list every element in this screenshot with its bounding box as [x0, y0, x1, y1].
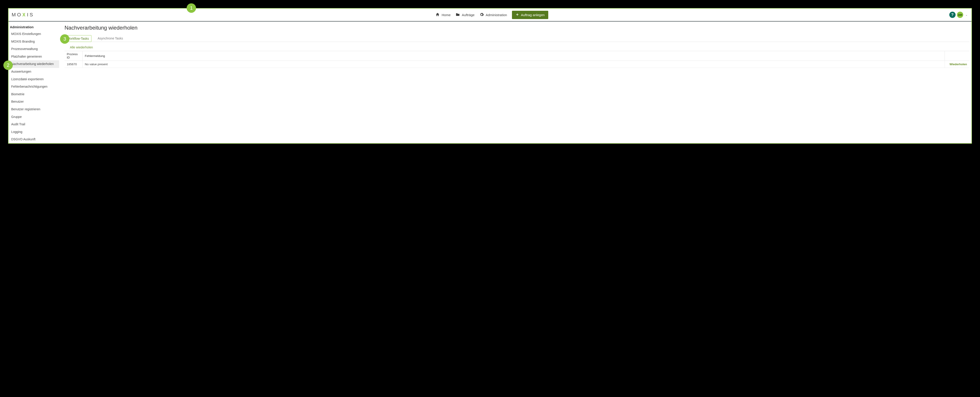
- cell-process-id: 185670: [65, 61, 83, 68]
- page-title: Nachverarbeitung wiederholen: [65, 25, 969, 31]
- home-icon: [435, 12, 440, 18]
- sidebar-item-repeat-postprocessing[interactable]: Nachverarbeitung wiederholen: [8, 60, 59, 68]
- sidebar-item-users[interactable]: Benutzer: [8, 98, 59, 105]
- tabs: Workflow-Tasks Asynchrone Tasks: [65, 35, 969, 42]
- user-menu-caret[interactable]: ⌄: [964, 13, 968, 16]
- main: Nachverarbeitung wiederholen Workflow-Ta…: [59, 22, 972, 143]
- logo-letter: M: [12, 12, 17, 18]
- col-header-action: [945, 51, 969, 61]
- sidebar-item-register-user[interactable]: Benutzer registrieren: [8, 105, 59, 113]
- logo: M O X I S: [12, 12, 34, 18]
- col-header-error: Fehlermeldung: [83, 51, 945, 61]
- nav-orders[interactable]: Aufträge: [455, 12, 474, 18]
- sidebar-item-logging[interactable]: Logging: [8, 128, 59, 136]
- sidebar-item-biometrics[interactable]: Biometrie: [8, 91, 59, 98]
- repeat-row-button[interactable]: Wiederholen: [950, 62, 967, 66]
- sidebar-item-reports[interactable]: Auswertungen: [8, 68, 59, 75]
- avatar[interactable]: AH: [957, 12, 963, 18]
- logo-letter-x: X: [22, 12, 27, 18]
- sidebar-item-license-export[interactable]: Lizenzdatei exportieren: [8, 75, 59, 83]
- tasks-table: Prozess ID Fehlermeldung 185670 No value…: [65, 51, 969, 68]
- help-icon: ?: [951, 13, 954, 17]
- repeat-all-link[interactable]: Alle wiederholen: [70, 46, 93, 49]
- logo-letter: S: [30, 12, 34, 18]
- sidebar-item-error-notifications[interactable]: Fehlerbenachrichtigungen: [8, 83, 59, 91]
- tab-workflow-tasks[interactable]: Workflow-Tasks: [65, 35, 91, 42]
- sidebar-item-placeholder-gen[interactable]: Platzhalter generieren: [8, 53, 59, 61]
- table-header-row: Prozess ID Fehlermeldung: [65, 51, 969, 61]
- sidebar-item-groups[interactable]: Gruppe: [8, 113, 59, 121]
- avatar-initials: AH: [958, 13, 962, 17]
- table-row: 185670 No value present Wiederholen: [65, 61, 969, 68]
- create-order-label: Auftrag anlegen: [521, 13, 545, 17]
- tab-async-tasks[interactable]: Asynchrone Tasks: [95, 35, 125, 42]
- action-row: Alle wiederholen: [65, 44, 969, 51]
- sidebar-item-moxis-settings[interactable]: MOXIS Einstellungen: [8, 30, 59, 38]
- body: Administration MOXIS Einstellungen MOXIS…: [8, 22, 972, 143]
- cell-error: No value present: [83, 61, 945, 68]
- sidebar-heading: Administration: [8, 24, 59, 30]
- col-header-process-id: Prozess ID: [65, 51, 83, 61]
- help-button[interactable]: ?: [949, 12, 956, 18]
- sidebar-item-gdpr[interactable]: DSGVO Auskunft: [8, 136, 59, 143]
- logo-letter: O: [17, 12, 22, 18]
- nav-home-label: Home: [442, 13, 450, 17]
- plus-icon: [515, 13, 519, 17]
- sidebar-item-audit-trail[interactable]: Audit Trail: [8, 121, 59, 128]
- nav-orders-label: Aufträge: [462, 13, 474, 17]
- nav-admin[interactable]: Administration: [479, 12, 507, 18]
- create-order-button[interactable]: Auftrag anlegen: [512, 11, 548, 19]
- logo-letter: I: [27, 12, 30, 18]
- folder-icon: [455, 12, 460, 18]
- app-window: 1 2 3 M O X I S Home Aufträge: [8, 8, 972, 144]
- topbar: M O X I S Home Aufträge: [8, 8, 972, 22]
- sidebar: Administration MOXIS Einstellungen MOXIS…: [8, 22, 59, 143]
- gear-icon: [479, 12, 484, 18]
- nav-admin-label: Administration: [486, 13, 507, 17]
- topnav: Home Aufträge Administration Auftrag anl…: [435, 11, 548, 19]
- topbar-right: ? AH ⌄: [949, 12, 968, 18]
- sidebar-item-process-admin[interactable]: Prozessverwaltung: [8, 45, 59, 53]
- sidebar-item-moxis-branding[interactable]: MOXIS Branding: [8, 38, 59, 46]
- nav-home[interactable]: Home: [435, 12, 450, 18]
